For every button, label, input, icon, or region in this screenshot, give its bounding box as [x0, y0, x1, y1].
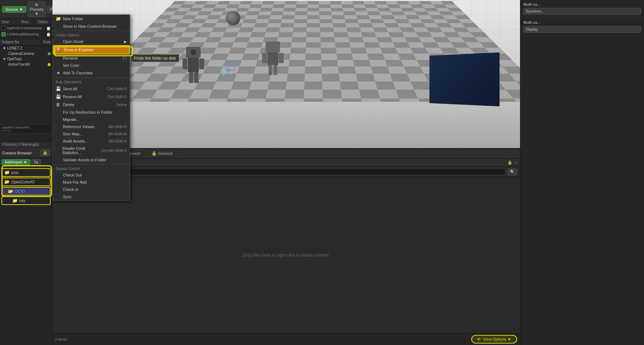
- synchron-btn[interactable]: Synchron...: [523, 8, 641, 15]
- svg-rect-9: [189, 72, 193, 83]
- genlock-icon: 🔒: [151, 151, 156, 156]
- lonet2-group[interactable]: ▼ LONET 2: [0, 45, 52, 51]
- cb-main-lock-icon[interactable]: 🔒: [507, 160, 512, 165]
- menu-show-new-cb[interactable]: Show in New Content Browser: [53, 23, 130, 30]
- menu-set-color[interactable]: Set Color: [53, 62, 130, 69]
- menu-show-in-explorer[interactable]: 🔍 Show in Explorer: [53, 45, 130, 54]
- tooltip-text: Finds this folder on disk: [134, 56, 176, 60]
- menu-save-all-label: Save All: [63, 87, 77, 91]
- rename-shortcut: F2: [123, 56, 127, 60]
- activetransfo-row[interactable]: ActiveTransfo: [0, 62, 52, 67]
- applied-badge: Applied 'LiveLinkPr... (37)%T...: [0, 125, 52, 134]
- folder-ocio-icon: 📁: [4, 170, 10, 175]
- folder-ocio[interactable]: 📁 ocio: [1, 168, 51, 177]
- camera-camera-label: CameraCamera: [8, 52, 34, 56]
- presets-btn[interactable]: ⚙ Presets ▼: [28, 1, 46, 17]
- save-btn[interactable]: Sa: [31, 159, 41, 165]
- menu-fix-up[interactable]: Fix Up Redirectors in Folder: [53, 109, 130, 116]
- add-import-label: Add/Import: [5, 160, 22, 164]
- menu-open-asset[interactable]: Open Asset ▶: [53, 38, 130, 45]
- bulk-ops-label: Bulk Operations: [53, 79, 130, 85]
- camera-camera-row[interactable]: CameraCamera: [0, 51, 52, 56]
- menu-sync[interactable]: Sync: [53, 193, 130, 200]
- viewport-robot: [175, 43, 211, 87]
- menu-rename[interactable]: Rename F2: [53, 54, 130, 62]
- size-map-shortcut: Alt+Shift+M: [108, 132, 127, 136]
- delete-icon: 🗑: [56, 102, 61, 107]
- menu-sep-1: [53, 31, 130, 31]
- items-count: 0 items: [55, 337, 67, 341]
- menu-audit-assets[interactable]: Audit Assets... Alt+Shift+A: [53, 137, 130, 145]
- tab-genlock[interactable]: 🔒 Genlock: [146, 148, 178, 158]
- source-row-2[interactable]: LONElocalhReceiving 📋: [0, 31, 52, 38]
- menu-check-out[interactable]: Check Out: [53, 171, 130, 179]
- menu-migrate-label: Migrate...: [63, 117, 80, 122]
- svg-rect-8: [199, 58, 204, 69]
- source-row-1-checkbox[interactable]: [1, 26, 6, 30]
- menu-show-in-explorer-label: Show in Explorer: [64, 48, 94, 52]
- menu-mark-for-add[interactable]: Mark For Add: [53, 179, 130, 186]
- right-multiuse-2-label: Multi-us...: [523, 20, 541, 25]
- folder-opencolorio[interactable]: 📂 OpenColorIO: [1, 178, 51, 186]
- svg-line-16: [223, 70, 228, 75]
- optitrack-group[interactable]: ▼ OptiTracl: [0, 56, 52, 62]
- menu-show-new-cb-label: Show in New Content Browser: [63, 24, 117, 29]
- view-options-btn[interactable]: 👁 View Options ▼: [471, 335, 517, 344]
- menu-save-all[interactable]: 💾 Save All Ctrl+Shift+S: [53, 85, 130, 93]
- svg-rect-6: [188, 58, 199, 72]
- menu-sync-label: Sync: [63, 195, 72, 199]
- applied-badge-sub: (37)%T...: [2, 129, 50, 132]
- menu-shader-cook[interactable]: Shader Cook Statistics... Ctrl+Alt+Shift…: [53, 145, 130, 156]
- menu-validate-label: Validate Assets in Folder: [63, 158, 106, 162]
- cb-lock-btn[interactable]: 🔒: [40, 149, 50, 156]
- menu-size-map-label: Size Map...: [63, 132, 83, 136]
- save-label: Sa: [34, 160, 38, 164]
- menu-check-in[interactable]: Check In: [53, 186, 130, 193]
- folder-luts[interactable]: 📁 luts: [1, 196, 51, 205]
- add-import-arrow: ▼: [23, 160, 27, 164]
- right-section-2: Multi-us... Display: [520, 18, 644, 36]
- open-asset-arrow: ▶: [124, 40, 127, 44]
- cb-main-expand-icon[interactable]: ⤢: [514, 160, 517, 165]
- source-col2: Sour: [21, 20, 38, 24]
- viewport-sphere: [226, 11, 240, 25]
- search-submit-btn[interactable]: 🔍: [508, 169, 517, 175]
- folder-opencolorio-label: OpenColorIO: [11, 180, 35, 184]
- menu-size-map[interactable]: Size Map... Alt+Shift+M: [53, 130, 130, 137]
- svg-rect-10: [194, 72, 198, 83]
- svg-rect-19: [262, 53, 267, 63]
- source-row-1[interactable]: OptiTri27.0.Disconnecte 📋: [0, 25, 52, 31]
- display-btn[interactable]: Display: [523, 26, 641, 33]
- source-dropdown-btn[interactable]: Source ▼: [2, 6, 26, 13]
- source-col1: Sour: [1, 20, 21, 24]
- search-input[interactable]: [84, 168, 506, 175]
- show-in-explorer-icon: 🔍: [56, 47, 61, 52]
- source-toolbar: Source ▼ ⚙ Presets ▼ ↺ ⚙: [0, 0, 52, 19]
- menu-add-to-favorites[interactable]: ★ Add To Favorites: [53, 69, 130, 77]
- add-import-btn[interactable]: Add/Import ▼: [1, 159, 30, 165]
- tooltip: Finds this folder on disk: [131, 54, 179, 62]
- folder-ocio-sub-label: OCIO: [15, 189, 25, 193]
- right-multiuse-1-label: Multi-us...: [523, 2, 541, 6]
- folder-ocio-sub[interactable]: 📂 OCIO: [1, 187, 51, 196]
- menu-migrate[interactable]: Migrate...: [53, 116, 130, 123]
- menu-new-folder[interactable]: 📁 New Folder: [53, 15, 130, 23]
- cb-status-bar: 0 items 👁 View Options ▼: [52, 333, 520, 345]
- svg-rect-17: [266, 42, 280, 52]
- menu-delete-label: Delete: [63, 102, 74, 107]
- subject-column-headers: Subject Na Role: [0, 39, 52, 45]
- subject-col1: Subject Na: [1, 40, 43, 44]
- menu-sep-2: [53, 78, 130, 78]
- folder-ocio-sub-icon: 📂: [8, 189, 13, 194]
- svg-point-11: [190, 49, 196, 55]
- menu-resave-all[interactable]: 💾 Resave All Ctrl+Shift+S: [53, 93, 130, 101]
- delete-shortcut: Delete: [116, 103, 127, 107]
- menu-fix-up-label: Fix Up Redirectors in Folder: [63, 110, 112, 114]
- menu-delete[interactable]: 🗑 Delete Delete: [53, 101, 130, 109]
- resave-all-shortcut: Ctrl+Shift+S: [107, 95, 127, 99]
- menu-check-out-label: Check Out: [63, 173, 82, 177]
- menu-reference-viewer[interactable]: Reference Viewer... Alt+Shift+R: [53, 123, 130, 130]
- source-row-2-checkbox[interactable]: [1, 32, 6, 36]
- menu-add-to-favorites-label: Add To Favorites: [63, 71, 93, 75]
- menu-validate[interactable]: Validate Assets in Folder: [53, 156, 130, 163]
